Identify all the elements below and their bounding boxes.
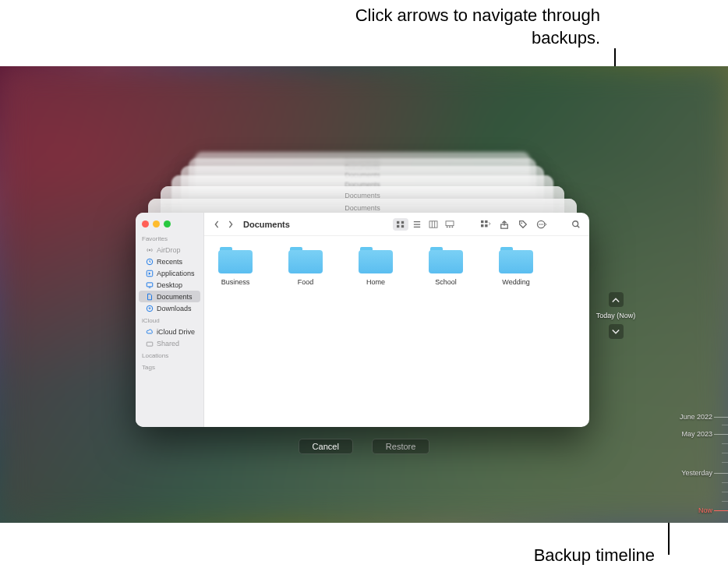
sidebar-section-locations: Locations (136, 349, 203, 361)
sidebar-section-icloud: iCloud (136, 314, 203, 326)
folder-label: Food (298, 278, 314, 286)
timeline-tick[interactable] (714, 434, 728, 435)
sidebar-label: Documents (157, 293, 193, 301)
previous-backup-button[interactable] (609, 292, 624, 307)
folder-icon (429, 247, 463, 273)
gallery-view-button[interactable] (442, 218, 458, 231)
sidebar-item-downloads[interactable]: Downloads (139, 302, 200, 314)
clock-icon (145, 257, 154, 266)
sidebar-label: Desktop (157, 281, 182, 289)
svg-rect-9 (401, 224, 404, 227)
timeline-tick-minor[interactable] (722, 443, 728, 444)
sidebar-item-recents[interactable]: Recents (139, 256, 200, 267)
group-by-button[interactable] (479, 217, 493, 231)
folder-icon (499, 247, 533, 273)
back-button[interactable] (210, 217, 223, 231)
svg-rect-16 (485, 220, 487, 222)
finder-sidebar: Favorites AirDrop Recents Applications D… (136, 213, 204, 427)
sidebar-label: AirDrop (157, 246, 181, 254)
folder-label: School (435, 278, 457, 286)
timeline-tick-minor[interactable] (722, 453, 728, 453)
annotation-top: Click arrows to navigate through backups… (327, 5, 600, 49)
svg-rect-8 (397, 224, 399, 227)
svg-rect-17 (481, 224, 483, 227)
search-button[interactable] (569, 217, 583, 231)
folder-item[interactable]: Food (282, 247, 329, 286)
download-icon (145, 304, 154, 312)
folder-label: Home (366, 278, 385, 286)
sidebar-item-desktop[interactable]: Desktop (139, 279, 200, 291)
sidebar-item-airdrop[interactable]: AirDrop (139, 244, 200, 256)
action-buttons: Cancel Restore (0, 439, 728, 454)
shared-icon (145, 339, 154, 347)
icon-view-button[interactable] (393, 218, 408, 231)
next-backup-button[interactable] (609, 324, 624, 339)
svg-point-0 (148, 249, 150, 251)
backup-nav: Today (Now) (607, 292, 624, 339)
timeline-label: Yesterday (681, 469, 712, 477)
timeline-tick-now[interactable] (714, 510, 728, 511)
applications-icon (145, 269, 154, 277)
timeline-tick-minor[interactable] (722, 501, 728, 502)
svg-rect-3 (147, 282, 153, 286)
svg-rect-14 (452, 226, 454, 228)
timeline-label: June 2022 (680, 413, 712, 421)
view-mode-group (392, 217, 458, 231)
files-area[interactable]: Business Food Home School Wedding (204, 236, 589, 427)
tag-button[interactable] (516, 217, 530, 231)
share-button[interactable] (497, 217, 511, 231)
annotation-bottom: Backup timeline (499, 545, 655, 566)
folder-item[interactable]: Wedding (493, 247, 539, 286)
timeline-tick[interactable] (714, 473, 728, 474)
folder-item[interactable]: Business (212, 247, 259, 286)
desktop-icon (145, 280, 154, 289)
timeline-tick-minor[interactable] (722, 425, 728, 425)
timeline-tick[interactable] (714, 417, 728, 418)
traffic-lights (136, 217, 203, 232)
svg-rect-12 (447, 226, 448, 228)
svg-rect-15 (481, 220, 483, 222)
svg-rect-18 (485, 224, 487, 227)
sidebar-section-tags: Tags (136, 361, 203, 372)
finder-toolbar: Documents (204, 213, 589, 236)
svg-point-20 (521, 222, 522, 224)
more-actions-button[interactable] (535, 217, 549, 231)
sidebar-section-favorites: Favorites (136, 232, 203, 244)
folder-item[interactable]: Home (352, 247, 399, 286)
forward-button[interactable] (224, 217, 237, 231)
svg-rect-10 (429, 220, 437, 227)
folder-label: Business (221, 278, 250, 286)
minimize-button[interactable] (153, 220, 160, 228)
svg-rect-6 (397, 220, 399, 223)
restore-button[interactable]: Restore (372, 439, 430, 454)
sidebar-label: Downloads (157, 305, 192, 312)
svg-point-25 (573, 220, 578, 226)
sidebar-item-documents[interactable]: Documents (139, 291, 200, 302)
sidebar-label: Applications (157, 270, 195, 277)
time-machine-stage: Documents Documents Documents Documents … (0, 66, 728, 523)
svg-rect-5 (147, 342, 153, 346)
folder-label: Wedding (502, 278, 529, 286)
folder-icon (288, 247, 323, 273)
cancel-button[interactable]: Cancel (299, 439, 353, 454)
cloud-icon (145, 327, 154, 336)
timeline-label: May 2023 (681, 430, 712, 438)
column-view-button[interactable] (426, 218, 441, 231)
folder-item[interactable]: School (422, 247, 469, 286)
finder-window: Favorites AirDrop Recents Applications D… (136, 213, 589, 427)
svg-rect-13 (449, 226, 451, 228)
sidebar-item-applications[interactable]: Applications (139, 267, 200, 279)
finder-content: Documents Business (204, 213, 589, 427)
timeline-label-now: Now (698, 506, 712, 514)
timeline-tick-minor[interactable] (722, 482, 728, 483)
svg-rect-11 (446, 220, 454, 225)
close-button[interactable] (142, 220, 149, 228)
document-icon (145, 292, 154, 301)
timeline-tick-minor[interactable] (722, 492, 728, 492)
sidebar-item-shared[interactable]: Shared (139, 337, 200, 349)
timeline-tick-minor[interactable] (722, 462, 728, 463)
list-view-button[interactable] (409, 218, 425, 231)
sidebar-item-icloud-drive[interactable]: iCloud Drive (139, 326, 200, 337)
backup-timeline[interactable]: June 2022 May 2023 Yesterday Now (673, 347, 728, 518)
zoom-button[interactable] (164, 220, 171, 228)
